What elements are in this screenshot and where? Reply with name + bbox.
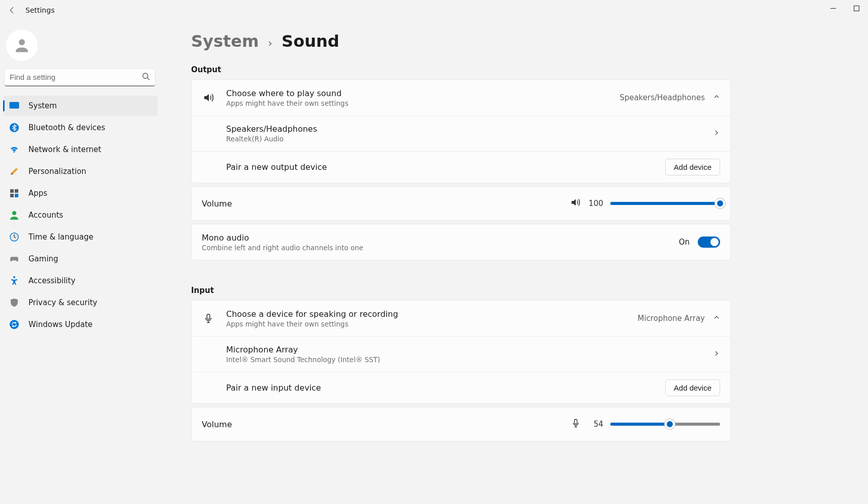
nav-label: Windows Update xyxy=(28,320,92,329)
toggle-state-label: On xyxy=(679,238,690,247)
choose-input-row[interactable]: Choose a device for speaking or recordin… xyxy=(192,301,730,336)
row-subtitle: Combine left and right audio channels in… xyxy=(202,244,679,252)
sidebar-item-system[interactable]: System xyxy=(3,96,158,116)
sidebar-item-time[interactable]: Time & language xyxy=(3,227,158,247)
search-input[interactable] xyxy=(10,73,142,81)
row-subtitle: Apps might have their own settings xyxy=(226,99,619,107)
add-input-device-button[interactable]: Add device xyxy=(665,379,720,396)
svg-rect-16 xyxy=(207,314,210,319)
nav-label: System xyxy=(28,101,57,110)
row-title: Microphone Array xyxy=(226,345,713,354)
window-title: Settings xyxy=(25,6,54,14)
breadcrumb-parent[interactable]: System xyxy=(191,32,259,51)
system-icon xyxy=(9,101,19,111)
row-subtitle: Apps might have their own settings xyxy=(226,320,638,328)
page-title: Sound xyxy=(282,32,339,51)
nav-label: Bluetooth & devices xyxy=(28,123,105,132)
mono-audio-card: Mono audio Combine left and right audio … xyxy=(191,224,731,260)
minimize-icon xyxy=(830,6,836,11)
accessibility-icon xyxy=(9,276,19,286)
sidebar-item-gaming[interactable]: Gaming xyxy=(3,249,158,269)
nav-label: Accessibility xyxy=(28,276,75,285)
output-volume-slider[interactable] xyxy=(610,202,720,205)
svg-rect-11 xyxy=(15,194,18,197)
svg-rect-1 xyxy=(854,6,859,11)
gamepad-icon xyxy=(9,254,19,264)
row-subtitle: Intel® Smart Sound Technology (Intel® SS… xyxy=(226,355,713,364)
chevron-up-icon xyxy=(713,314,720,323)
svg-point-14 xyxy=(13,276,15,278)
svg-point-3 xyxy=(143,73,148,78)
chevron-right-icon xyxy=(713,350,720,359)
section-output-label: Output xyxy=(191,65,731,74)
svg-rect-17 xyxy=(575,420,577,424)
svg-rect-8 xyxy=(10,189,14,193)
row-title: Volume xyxy=(202,420,571,429)
section-input-label: Input xyxy=(191,286,731,295)
sidebar-item-accessibility[interactable]: Accessibility xyxy=(3,271,158,291)
row-title: Choose where to play sound xyxy=(226,88,619,98)
svg-line-4 xyxy=(147,78,149,80)
person-icon xyxy=(13,36,31,54)
search-box[interactable] xyxy=(4,68,156,86)
avatar xyxy=(6,29,38,61)
input-volume-row: Volume 54 xyxy=(192,407,730,441)
nav-label: Privacy & security xyxy=(28,298,97,307)
svg-point-15 xyxy=(10,320,19,329)
add-output-device-button[interactable]: Add device xyxy=(665,159,720,175)
row-subtitle: Realtek(R) Audio xyxy=(226,135,713,143)
search-icon xyxy=(142,72,150,82)
chevron-right-icon xyxy=(713,129,720,138)
chevron-right-icon: › xyxy=(268,37,272,49)
svg-point-2 xyxy=(19,39,25,45)
maximize-button[interactable] xyxy=(845,0,868,16)
sidebar-item-update[interactable]: Windows Update xyxy=(3,314,158,335)
account-block[interactable] xyxy=(3,25,158,65)
sidebar: System Bluetooth & devices Network & int… xyxy=(0,20,163,504)
output-volume-row: Volume 100 xyxy=(192,187,730,220)
arrow-left-icon xyxy=(8,6,16,14)
sidebar-item-personalization[interactable]: Personalization xyxy=(3,161,158,182)
input-current-device: Microphone Array xyxy=(638,314,705,323)
choose-output-row[interactable]: Choose where to play sound Apps might ha… xyxy=(192,80,730,115)
maximize-icon xyxy=(854,6,859,11)
input-volume-slider[interactable] xyxy=(610,423,720,426)
output-volume-card: Volume 100 xyxy=(191,186,731,221)
row-title: Pair a new output device xyxy=(226,162,665,172)
chevron-up-icon xyxy=(713,93,720,102)
sidebar-item-apps[interactable]: Apps xyxy=(3,183,158,203)
pair-input-row: Pair a new input device Add device xyxy=(192,372,730,403)
row-title: Pair a new input device xyxy=(226,383,665,393)
nav-label: Gaming xyxy=(28,254,58,263)
input-volume-card: Volume 54 xyxy=(191,407,731,441)
update-icon xyxy=(9,319,19,330)
row-title: Choose a device for speaking or recordin… xyxy=(226,309,638,319)
bluetooth-icon xyxy=(9,123,19,133)
titlebar: Settings xyxy=(0,0,868,20)
sidebar-item-privacy[interactable]: Privacy & security xyxy=(3,292,158,313)
row-title: Speakers/Headphones xyxy=(226,124,713,134)
row-title: Mono audio xyxy=(202,233,679,243)
microphone-icon xyxy=(202,312,215,325)
volume-icon[interactable] xyxy=(570,197,581,210)
nav-label: Network & internet xyxy=(28,145,101,154)
microphone-icon[interactable] xyxy=(571,418,581,430)
mono-audio-toggle[interactable] xyxy=(698,236,720,248)
sidebar-item-accounts[interactable]: Accounts xyxy=(3,205,158,225)
nav-label: Apps xyxy=(28,189,47,198)
accounts-icon xyxy=(9,210,19,220)
minimize-button[interactable] xyxy=(821,0,845,16)
output-device-row[interactable]: Speakers/Headphones Realtek(R) Audio xyxy=(192,115,730,151)
svg-rect-10 xyxy=(10,194,14,197)
apps-icon xyxy=(9,188,19,198)
output-volume-value: 100 xyxy=(588,199,603,208)
svg-rect-5 xyxy=(10,102,19,108)
sidebar-item-network[interactable]: Network & internet xyxy=(3,139,158,160)
output-device-group: Choose where to play sound Apps might ha… xyxy=(191,79,731,183)
input-device-row[interactable]: Microphone Array Intel® Smart Sound Tech… xyxy=(192,336,730,372)
sidebar-item-bluetooth[interactable]: Bluetooth & devices xyxy=(3,117,158,138)
nav-label: Personalization xyxy=(28,167,86,176)
back-button[interactable] xyxy=(2,0,22,20)
nav: System Bluetooth & devices Network & int… xyxy=(3,96,158,335)
output-current-device: Speakers/Headphones xyxy=(619,93,705,102)
